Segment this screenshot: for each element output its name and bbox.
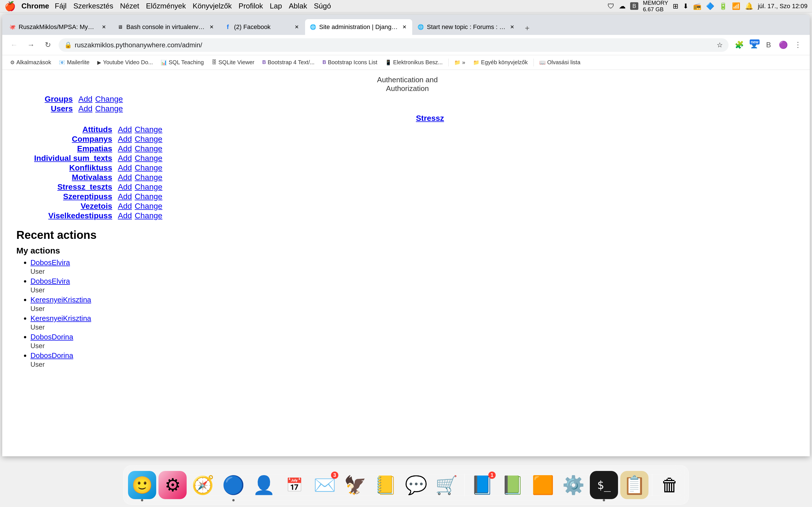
bookmark-sql[interactable]: 📊 SQL Teaching [157,57,207,67]
menu-tab[interactable]: Lap [270,2,282,10]
users-link[interactable]: Users [51,104,73,113]
model-add-4[interactable]: Add [118,163,132,172]
groups-add-link[interactable]: Add [79,95,93,104]
bookmark-sqlite[interactable]: 🗄 SQLite Viewer [208,57,258,67]
model-link-6[interactable]: Stressz_teszts [57,182,112,191]
groups-change-link[interactable]: Change [95,95,123,104]
model-add-2[interactable]: Add [118,144,132,153]
bookmark-other[interactable]: 📁 Egyéb könyvjelzők [470,57,531,67]
stressz-link[interactable]: Stressz [416,114,444,122]
model-change-4[interactable]: Change [135,163,162,172]
menu-help[interactable]: Súgó [314,2,331,10]
tab-forum[interactable]: 🌐 Start new topic : Forums : Pyt... ✕ [413,19,520,35]
users-change-link[interactable]: Change [95,104,123,113]
model-add-8[interactable]: Add [118,202,132,211]
model-change-5[interactable]: Change [135,173,162,182]
dock-mail[interactable]: ✉️ 3 [311,471,339,499]
dock-migrate[interactable]: 🦅 [341,471,369,499]
model-link-5[interactable]: Motivalass [72,173,112,182]
menu-file[interactable]: Fájl [55,2,66,10]
dock-calendar[interactable]: 📅 [280,471,308,499]
model-add-3[interactable]: Add [118,154,132,163]
menu-edit[interactable]: Szerkesztés [73,2,113,10]
model-link-3[interactable]: Individual sum_texts [34,154,112,163]
tab-facebook[interactable]: f (2) Facebook ✕ [220,19,305,35]
model-link-4[interactable]: Konfliktuss [69,163,112,172]
bookmark-apps[interactable]: ⚙ Alkalmazások [7,57,54,67]
model-link-0[interactable]: Attituds [82,125,112,134]
bookmark-elektronikus[interactable]: 📱 Elektronikus Besz... [382,57,446,67]
menu-profiles[interactable]: Profilok [239,2,263,10]
bookmark-more[interactable]: 📁 » [451,57,469,67]
dock-messages[interactable]: 💬 [402,471,430,499]
action-user-link-1[interactable]: DobosElvira [31,277,799,286]
dock-terminal[interactable]: $_ [590,471,618,499]
extensions-icon[interactable]: 🧩 [733,39,746,51]
reload-button[interactable]: ↻ [42,39,54,51]
dock-trash[interactable]: 🗑 [656,471,684,499]
tab-bash[interactable]: 🖥 Bash console in virtualenv my... ✕ [112,19,219,35]
groups-link[interactable]: Groups [45,95,73,103]
model-change-9[interactable]: Change [135,211,162,220]
extension-b-icon[interactable]: B [762,39,775,51]
model-link-2[interactable]: Empatias [77,144,112,153]
action-user-link-5[interactable]: DobosDorina [31,351,799,360]
dock-launchpad[interactable]: ⚙ [158,471,187,499]
menu-window[interactable]: Ablak [289,2,307,10]
users-add-link[interactable]: Add [79,104,93,113]
dock-settings[interactable]: ⚙️ [559,471,588,499]
avatar-icon[interactable]: 🟣 [777,39,790,51]
profile-icon[interactable]: 👤 new [748,39,760,51]
dock-finder[interactable]: 🙂 [128,471,156,499]
model-change-7[interactable]: Change [135,192,162,201]
action-user-link-0[interactable]: DobosElvira [31,258,799,267]
tab-django-admin[interactable]: 🌐 Site administration | Django si... ✕ [305,19,412,35]
model-add-0[interactable]: Add [118,125,132,134]
bookmark-reading[interactable]: 📖 Olvasási lista [536,57,584,67]
dock-slack[interactable]: 🟧 [529,471,557,499]
tab-django-close[interactable]: ✕ [401,24,408,31]
forward-button[interactable]: → [25,39,37,51]
model-change-3[interactable]: Change [135,154,162,163]
model-add-1[interactable]: Add [118,135,132,144]
model-change-1[interactable]: Change [135,135,162,144]
tab-github[interactable]: 🐙 RuszakMiklos/MPSA: MyPro S... ✕ [4,19,112,35]
action-user-link-3[interactable]: KeresnyeiKrisztina [31,314,799,323]
model-add-6[interactable]: Add [118,182,132,191]
tab-github-close[interactable]: ✕ [100,24,107,31]
new-tab-button[interactable]: + [520,21,534,35]
model-change-0[interactable]: Change [135,125,162,134]
url-bar[interactable]: 🔒 ruszakmiklos.pythonanywhere.com/admin/… [59,38,728,52]
dock-chrome[interactable]: 🔵 [219,471,248,499]
model-change-6[interactable]: Change [135,182,162,191]
action-user-link-2[interactable]: KeresnyeiKrisztina [31,295,799,304]
model-add-9[interactable]: Add [118,211,132,220]
bookmark-bootstrap-icons[interactable]: B Bootstrap Icons List [319,57,381,67]
tab-facebook-close[interactable]: ✕ [293,24,300,31]
bookmark-bootstrap-text[interactable]: B Bootstrap 4 Text/... [259,57,318,67]
menu-view[interactable]: Nézet [120,2,139,10]
dock-appstore[interactable]: 🛒 [433,471,461,499]
back-button[interactable]: ← [8,39,20,51]
model-link-7[interactable]: Szereptipuss [63,192,112,201]
apple-menu[interactable]: 🍎 [4,1,16,11]
dock-word[interactable]: 📘 1 [468,471,496,499]
bookmark-youtube[interactable]: ▶ Youtube Video Do... [94,57,156,67]
menu-bookmarks[interactable]: Könyvjelzők [193,2,232,10]
tab-bash-close[interactable]: ✕ [208,24,215,31]
tab-forum-close[interactable]: ✕ [509,24,515,31]
model-link-9[interactable]: Viselkedestipuss [48,211,112,220]
star-icon[interactable]: ☆ [717,41,723,49]
dock-safari[interactable]: 🧭 [189,471,217,499]
model-link-1[interactable]: Companys [72,135,112,144]
dock-notes[interactable]: 📒 [371,471,400,499]
model-add-7[interactable]: Add [118,192,132,201]
action-user-link-4[interactable]: DobosDorina [31,333,799,341]
model-link-8[interactable]: Vezetois [81,202,112,210]
app-name[interactable]: Chrome [21,2,49,10]
model-change-2[interactable]: Change [135,144,162,153]
menu-history[interactable]: Előzmények [146,2,186,10]
bookmark-mailerlite[interactable]: 📧 Mailerlite [56,57,93,67]
model-add-5[interactable]: Add [118,173,132,182]
dock-contacts[interactable]: 👤 [250,471,278,499]
